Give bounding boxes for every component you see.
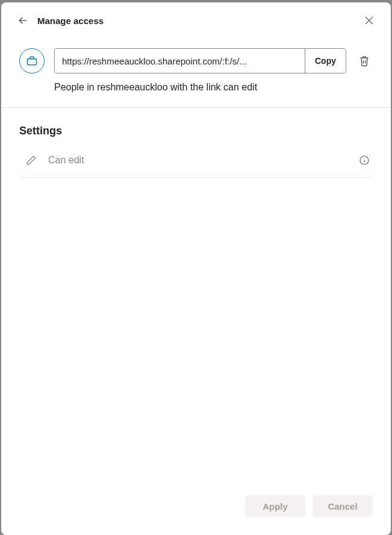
cancel-button[interactable]: Cancel <box>313 495 373 517</box>
link-section: Copy People in reshmeeauckloo with the l… <box>1 36 391 108</box>
settings-section: Settings Can edit <box>1 108 391 195</box>
trash-icon <box>358 55 370 67</box>
close-button[interactable] <box>359 11 379 30</box>
link-description: People in reshmeeauckloo with the link c… <box>54 82 373 93</box>
link-row: Copy <box>19 48 373 74</box>
copy-button[interactable]: Copy <box>305 49 346 73</box>
back-button[interactable] <box>13 11 33 30</box>
info-icon[interactable] <box>358 154 370 166</box>
org-link-icon-circle <box>19 48 45 74</box>
manage-access-dialog: Manage access Copy <box>1 2 391 535</box>
dialog-footer: Apply Cancel <box>1 483 391 535</box>
apply-button[interactable]: Apply <box>245 495 305 517</box>
dialog-title: Manage access <box>37 16 104 26</box>
delete-link-button[interactable] <box>356 52 373 69</box>
settings-title: Settings <box>19 125 373 137</box>
permission-label: Can edit <box>48 155 358 166</box>
arrow-left-icon <box>17 14 29 27</box>
pencil-icon <box>24 153 39 167</box>
link-url-input[interactable] <box>55 49 305 73</box>
briefcase-icon <box>26 55 38 67</box>
permission-setting-row[interactable]: Can edit <box>19 148 373 178</box>
dialog-header: Manage access <box>1 2 391 36</box>
link-input-group: Copy <box>54 48 346 74</box>
svg-rect-0 <box>28 59 37 65</box>
close-icon <box>365 16 373 25</box>
